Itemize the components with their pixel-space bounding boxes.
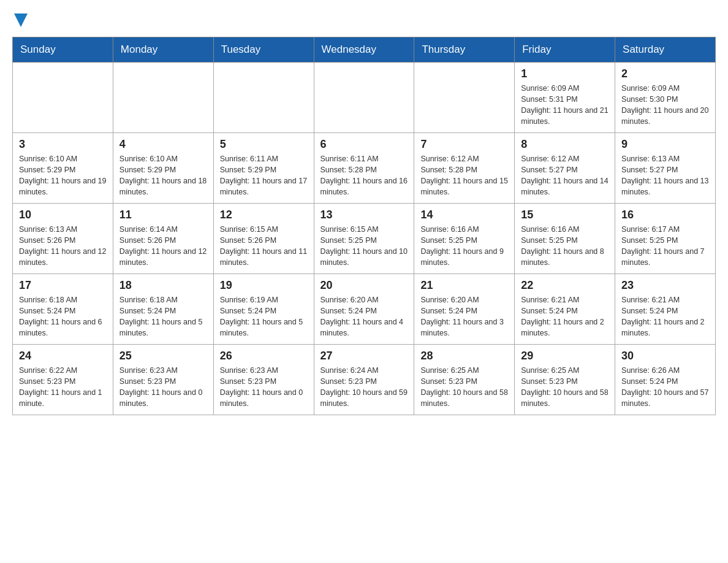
calendar-cell: 28Sunrise: 6:25 AMSunset: 5:23 PMDayligh… — [414, 345, 515, 415]
day-info: Sunrise: 6:22 AMSunset: 5:23 PMDaylight:… — [19, 365, 107, 410]
calendar-cell: 16Sunrise: 6:17 AMSunset: 5:25 PMDayligh… — [615, 204, 716, 274]
calendar-cell: 23Sunrise: 6:21 AMSunset: 5:24 PMDayligh… — [615, 274, 716, 345]
day-number: 17 — [19, 279, 107, 292]
day-info: Sunrise: 6:12 AMSunset: 5:28 PMDaylight:… — [420, 153, 508, 198]
calendar-cell: 1Sunrise: 6:09 AMSunset: 5:31 PMDaylight… — [515, 63, 615, 133]
calendar-cell: 20Sunrise: 6:20 AMSunset: 5:24 PMDayligh… — [314, 274, 414, 345]
calendar-cell: 26Sunrise: 6:23 AMSunset: 5:23 PMDayligh… — [213, 345, 314, 415]
day-number: 20 — [320, 279, 408, 292]
day-info: Sunrise: 6:11 AMSunset: 5:29 PMDaylight:… — [220, 153, 308, 198]
calendar-cell: 25Sunrise: 6:23 AMSunset: 5:23 PMDayligh… — [113, 345, 213, 415]
day-number: 25 — [119, 350, 207, 362]
day-info: Sunrise: 6:16 AMSunset: 5:25 PMDaylight:… — [420, 224, 508, 269]
day-info: Sunrise: 6:25 AMSunset: 5:23 PMDaylight:… — [420, 365, 508, 410]
day-info: Sunrise: 6:19 AMSunset: 5:24 PMDaylight:… — [220, 294, 308, 339]
calendar-cell: 27Sunrise: 6:24 AMSunset: 5:23 PMDayligh… — [314, 345, 414, 415]
calendar-cell: 3Sunrise: 6:10 AMSunset: 5:29 PMDaylight… — [13, 133, 113, 204]
day-info: Sunrise: 6:24 AMSunset: 5:23 PMDaylight:… — [320, 365, 408, 410]
day-header-saturday: Saturday — [615, 37, 716, 63]
calendar-cell: 12Sunrise: 6:15 AMSunset: 5:26 PMDayligh… — [213, 204, 314, 274]
day-number: 1 — [521, 67, 609, 80]
calendar-cell: 19Sunrise: 6:19 AMSunset: 5:24 PMDayligh… — [213, 274, 314, 345]
calendar-cell — [13, 63, 113, 133]
day-header-thursday: Thursday — [414, 37, 515, 63]
calendar-cell — [113, 63, 213, 133]
calendar-cell: 14Sunrise: 6:16 AMSunset: 5:25 PMDayligh… — [414, 204, 515, 274]
calendar-week-row: 17Sunrise: 6:18 AMSunset: 5:24 PMDayligh… — [13, 274, 716, 345]
page-header — [12, 12, 716, 27]
calendar-cell: 29Sunrise: 6:25 AMSunset: 5:23 PMDayligh… — [515, 345, 615, 415]
day-info: Sunrise: 6:15 AMSunset: 5:26 PMDaylight:… — [220, 224, 308, 269]
day-number: 13 — [320, 209, 408, 221]
day-info: Sunrise: 6:14 AMSunset: 5:26 PMDaylight:… — [119, 224, 207, 269]
day-number: 15 — [521, 209, 609, 221]
day-info: Sunrise: 6:20 AMSunset: 5:24 PMDaylight:… — [420, 294, 508, 339]
calendar-cell: 13Sunrise: 6:15 AMSunset: 5:25 PMDayligh… — [314, 204, 414, 274]
calendar-cell — [414, 63, 515, 133]
day-number: 12 — [220, 209, 308, 221]
day-number: 23 — [621, 279, 709, 292]
day-number: 27 — [320, 350, 408, 362]
day-info: Sunrise: 6:13 AMSunset: 5:26 PMDaylight:… — [19, 224, 107, 269]
day-info: Sunrise: 6:26 AMSunset: 5:24 PMDaylight:… — [621, 365, 709, 410]
calendar-cell: 10Sunrise: 6:13 AMSunset: 5:26 PMDayligh… — [13, 204, 113, 274]
day-number: 9 — [621, 138, 709, 151]
svg-marker-0 — [14, 13, 28, 27]
day-number: 4 — [119, 138, 207, 151]
calendar-cell: 8Sunrise: 6:12 AMSunset: 5:27 PMDaylight… — [515, 133, 615, 204]
calendar-cell: 2Sunrise: 6:09 AMSunset: 5:30 PMDaylight… — [615, 63, 716, 133]
day-number: 5 — [220, 138, 308, 151]
day-info: Sunrise: 6:10 AMSunset: 5:29 PMDaylight:… — [119, 153, 207, 198]
day-info: Sunrise: 6:25 AMSunset: 5:23 PMDaylight:… — [521, 365, 609, 410]
calendar-week-row: 24Sunrise: 6:22 AMSunset: 5:23 PMDayligh… — [13, 345, 716, 415]
day-number: 11 — [119, 209, 207, 221]
day-info: Sunrise: 6:12 AMSunset: 5:27 PMDaylight:… — [521, 153, 609, 198]
day-number: 28 — [420, 350, 508, 362]
calendar-cell: 11Sunrise: 6:14 AMSunset: 5:26 PMDayligh… — [113, 204, 213, 274]
day-header-friday: Friday — [515, 37, 615, 63]
day-number: 16 — [621, 209, 709, 221]
day-number: 22 — [521, 279, 609, 292]
day-info: Sunrise: 6:23 AMSunset: 5:23 PMDaylight:… — [220, 365, 308, 410]
day-info: Sunrise: 6:23 AMSunset: 5:23 PMDaylight:… — [119, 365, 207, 410]
logo — [12, 12, 28, 27]
day-header-wednesday: Wednesday — [314, 37, 414, 63]
day-header-monday: Monday — [113, 37, 213, 63]
calendar-cell: 17Sunrise: 6:18 AMSunset: 5:24 PMDayligh… — [13, 274, 113, 345]
calendar-cell: 18Sunrise: 6:18 AMSunset: 5:24 PMDayligh… — [113, 274, 213, 345]
day-info: Sunrise: 6:21 AMSunset: 5:24 PMDaylight:… — [521, 294, 609, 339]
calendar-cell: 24Sunrise: 6:22 AMSunset: 5:23 PMDayligh… — [13, 345, 113, 415]
calendar-cell: 21Sunrise: 6:20 AMSunset: 5:24 PMDayligh… — [414, 274, 515, 345]
calendar-header-row: SundayMondayTuesdayWednesdayThursdayFrid… — [13, 37, 716, 63]
day-info: Sunrise: 6:09 AMSunset: 5:31 PMDaylight:… — [521, 83, 609, 128]
calendar-week-row: 3Sunrise: 6:10 AMSunset: 5:29 PMDaylight… — [13, 133, 716, 204]
day-info: Sunrise: 6:10 AMSunset: 5:29 PMDaylight:… — [19, 153, 107, 198]
calendar-cell: 4Sunrise: 6:10 AMSunset: 5:29 PMDaylight… — [113, 133, 213, 204]
day-info: Sunrise: 6:18 AMSunset: 5:24 PMDaylight:… — [19, 294, 107, 339]
day-number: 26 — [220, 350, 308, 362]
calendar-cell: 15Sunrise: 6:16 AMSunset: 5:25 PMDayligh… — [515, 204, 615, 274]
calendar-cell: 30Sunrise: 6:26 AMSunset: 5:24 PMDayligh… — [615, 345, 716, 415]
calendar-cell: 7Sunrise: 6:12 AMSunset: 5:28 PMDaylight… — [414, 133, 515, 204]
day-header-sunday: Sunday — [13, 37, 113, 63]
day-info: Sunrise: 6:18 AMSunset: 5:24 PMDaylight:… — [119, 294, 207, 339]
day-info: Sunrise: 6:09 AMSunset: 5:30 PMDaylight:… — [621, 83, 709, 128]
day-number: 19 — [220, 279, 308, 292]
calendar-week-row: 1Sunrise: 6:09 AMSunset: 5:31 PMDaylight… — [13, 63, 716, 133]
day-number: 14 — [420, 209, 508, 221]
calendar-cell — [213, 63, 314, 133]
day-number: 21 — [420, 279, 508, 292]
day-number: 18 — [119, 279, 207, 292]
day-number: 7 — [420, 138, 508, 151]
calendar-cell: 22Sunrise: 6:21 AMSunset: 5:24 PMDayligh… — [515, 274, 615, 345]
calendar-cell: 6Sunrise: 6:11 AMSunset: 5:28 PMDaylight… — [314, 133, 414, 204]
day-number: 3 — [19, 138, 107, 151]
day-number: 2 — [621, 67, 709, 80]
day-info: Sunrise: 6:21 AMSunset: 5:24 PMDaylight:… — [621, 294, 709, 339]
day-info: Sunrise: 6:17 AMSunset: 5:25 PMDaylight:… — [621, 224, 709, 269]
day-number: 8 — [521, 138, 609, 151]
day-info: Sunrise: 6:20 AMSunset: 5:24 PMDaylight:… — [320, 294, 408, 339]
day-number: 30 — [621, 350, 709, 362]
logo-triangle-icon — [14, 13, 28, 27]
calendar-cell: 5Sunrise: 6:11 AMSunset: 5:29 PMDaylight… — [213, 133, 314, 204]
